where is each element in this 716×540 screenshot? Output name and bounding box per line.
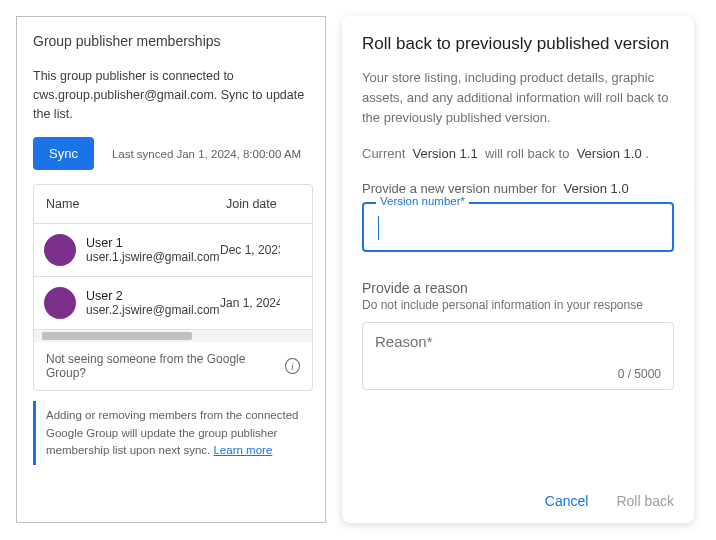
avatar bbox=[44, 287, 76, 319]
column-join-date: Join date bbox=[226, 197, 286, 211]
group-memberships-card: Group publisher memberships This group p… bbox=[16, 16, 326, 523]
sync-row: Sync Last synced Jan 1, 2024, 8:00:00 AM bbox=[33, 137, 313, 170]
cancel-button[interactable]: Cancel bbox=[545, 493, 589, 509]
members-table-header: Name Join date bbox=[34, 185, 312, 224]
table-row[interactable]: User 2 user.2.jswire@gmail.com Jan 1, 20… bbox=[34, 277, 312, 330]
members-table-body: User 1 user.1.jswire@gmail.com Dec 1, 20… bbox=[34, 224, 312, 330]
table-row[interactable]: User 1 user.1.jswire@gmail.com Dec 1, 20… bbox=[34, 224, 312, 277]
user-email: user.2.jswire@gmail.com bbox=[86, 303, 220, 317]
rollback-dialog: Roll back to previously published versio… bbox=[342, 16, 694, 523]
not-seeing-text: Not seeing someone from the Google Group… bbox=[46, 352, 279, 380]
dialog-actions: Cancel Roll back bbox=[545, 493, 674, 509]
join-date: Dec 1, 2023 bbox=[220, 243, 280, 257]
user-block: User 1 user.1.jswire@gmail.com bbox=[86, 236, 220, 264]
avatar bbox=[44, 234, 76, 266]
char-count: 0 / 5000 bbox=[618, 367, 661, 381]
dialog-body: Your store listing, including product de… bbox=[362, 68, 674, 128]
learn-more-link[interactable]: Learn more bbox=[213, 444, 272, 456]
user-email: user.1.jswire@gmail.com bbox=[86, 250, 220, 264]
info-icon[interactable]: i bbox=[285, 358, 300, 374]
members-table: Name Join date User 1 user.1.jswire@gmai… bbox=[33, 184, 313, 391]
current-version: Version 1.1 bbox=[413, 146, 478, 161]
dialog-title: Roll back to previously published versio… bbox=[362, 34, 674, 54]
version-number-input[interactable] bbox=[364, 204, 672, 250]
sync-button[interactable]: Sync bbox=[33, 137, 94, 170]
rollback-button[interactable]: Roll back bbox=[616, 493, 674, 509]
reason-placeholder: Reason* bbox=[375, 333, 661, 350]
last-sync-text: Last synced Jan 1, 2024, 8:00:00 AM bbox=[112, 148, 301, 160]
reason-textarea[interactable]: Reason* 0 / 5000 bbox=[362, 322, 674, 390]
reason-subtext: Do not include personal information in y… bbox=[362, 298, 674, 312]
sync-note: Adding or removing members from the conn… bbox=[33, 401, 313, 465]
version-number-field[interactable]: Version number* bbox=[362, 202, 674, 252]
reason-heading: Provide a reason bbox=[362, 280, 674, 296]
user-block: User 2 user.2.jswire@gmail.com bbox=[86, 289, 220, 317]
horizontal-scrollbar[interactable] bbox=[34, 330, 312, 342]
version-number-floating-label: Version number* bbox=[376, 195, 469, 207]
scrollbar-thumb[interactable] bbox=[42, 332, 192, 340]
text-caret bbox=[378, 216, 379, 240]
target-version: Version 1.0 bbox=[577, 146, 642, 161]
group-memberships-title: Group publisher memberships bbox=[33, 33, 313, 49]
column-name: Name bbox=[46, 197, 226, 211]
group-memberships-description: This group publisher is connected to cws… bbox=[33, 67, 313, 123]
not-seeing-row: Not seeing someone from the Google Group… bbox=[34, 342, 312, 390]
user-name: User 2 bbox=[86, 289, 220, 303]
user-name: User 1 bbox=[86, 236, 220, 250]
provide-version-label: Provide a new version number for Version… bbox=[362, 181, 674, 196]
version-line: Current Version 1.1 will roll back to Ve… bbox=[362, 146, 674, 161]
join-date: Jan 1, 2024 bbox=[220, 296, 280, 310]
